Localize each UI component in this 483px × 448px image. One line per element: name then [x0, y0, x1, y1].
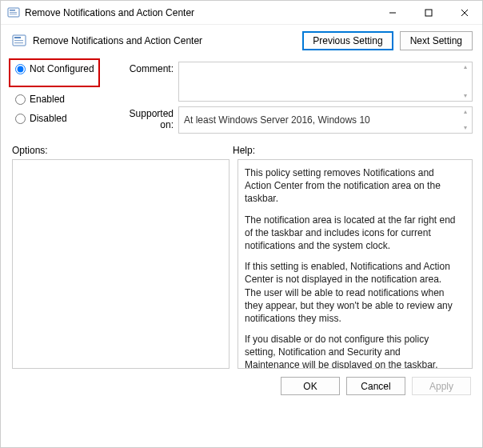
cancel-button[interactable]: Cancel [346, 377, 405, 395]
supported-label: Supported on: [119, 106, 178, 134]
window-controls [374, 1, 482, 25]
policy-icon [12, 34, 26, 48]
radio-enabled-label: Enabled [30, 94, 65, 105]
radio-disabled-label: Disabled [30, 113, 67, 124]
radio-not-configured[interactable]: Not Configured [12, 63, 97, 74]
radio-not-configured-input[interactable] [15, 64, 26, 74]
maximize-button[interactable] [410, 1, 446, 25]
svg-rect-5 [425, 10, 432, 16]
panels: This policy setting removes Notification… [1, 159, 482, 369]
svg-rect-3 [10, 14, 17, 14]
supported-row: Supported on: At least Windows Server 20… [119, 106, 473, 134]
previous-setting-button[interactable]: Previous Setting [302, 31, 393, 50]
supported-on-box: At least Windows Server 2016, Windows 10… [178, 106, 473, 134]
titlebar: Remove Notifications and Action Center [1, 1, 482, 25]
policy-name: Remove Notifications and Action Center [33, 35, 296, 46]
radio-disabled[interactable]: Disabled [12, 113, 108, 124]
config-row: Not Configured Enabled Disabled Comment:… [1, 58, 482, 140]
window-title: Remove Notifications and Action Center [25, 7, 374, 18]
help-paragraph: If this setting is enabled, Notification… [245, 260, 457, 325]
minimize-button[interactable] [374, 1, 410, 25]
help-paragraph: The notification area is located at the … [245, 214, 457, 253]
policy-icon [7, 6, 20, 19]
radio-enabled[interactable]: Enabled [12, 94, 108, 105]
svg-rect-10 [14, 40, 23, 41]
panel-labels: Options: Help: [1, 140, 482, 159]
subheader: Remove Notifications and Action Center P… [1, 25, 482, 58]
footer: OK Cancel Apply [1, 369, 482, 403]
comment-label: Comment: [119, 62, 178, 102]
radio-column: Not Configured Enabled Disabled [12, 62, 108, 138]
radio-not-configured-label: Not Configured [30, 63, 94, 74]
next-setting-button[interactable]: Next Setting [400, 31, 473, 50]
supported-value: At least Windows Server 2016, Windows 10 [184, 114, 370, 126]
svg-rect-11 [14, 42, 23, 43]
scroll-down-icon[interactable]: ▾ [461, 125, 470, 131]
radio-disabled-input[interactable] [15, 114, 26, 124]
scroll-up-icon[interactable]: ▴ [461, 64, 470, 70]
options-label: Options: [12, 145, 233, 156]
supported-scrollbar[interactable]: ▴ ▾ [461, 109, 470, 131]
scroll-up-icon[interactable]: ▴ [461, 109, 470, 115]
help-paragraph: If you disable or do not configure this … [245, 333, 457, 369]
help-panel: This policy setting removes Notification… [238, 159, 473, 369]
comment-row: Comment: ▴ ▾ [119, 62, 473, 102]
svg-rect-9 [14, 37, 21, 38]
apply-button[interactable]: Apply [412, 377, 471, 395]
options-panel [12, 159, 230, 369]
scroll-down-icon[interactable]: ▾ [461, 93, 470, 99]
help-paragraph: This policy setting removes Notification… [245, 166, 457, 206]
svg-rect-2 [10, 12, 17, 13]
comment-input[interactable]: ▴ ▾ [178, 62, 473, 102]
radio-highlight-box: Not Configured [9, 58, 100, 87]
help-label: Help: [233, 145, 255, 156]
comment-scrollbar[interactable]: ▴ ▾ [461, 64, 470, 99]
svg-rect-1 [10, 10, 15, 11]
fields-column: Comment: ▴ ▾ Supported on: At least Wind… [119, 62, 473, 138]
ok-button[interactable]: OK [281, 377, 340, 395]
radio-enabled-input[interactable] [15, 94, 26, 105]
close-button[interactable] [446, 1, 482, 25]
